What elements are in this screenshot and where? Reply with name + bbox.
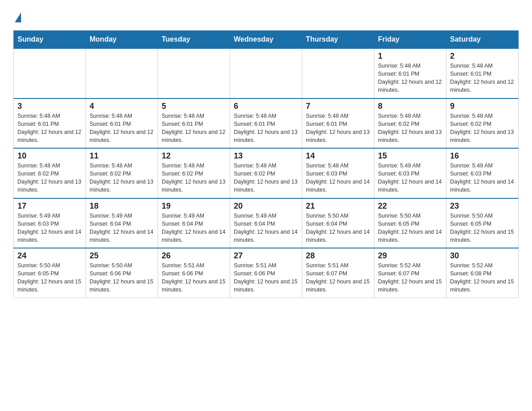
day-number: 5 [162,102,226,111]
table-row: 4Sunrise: 5:48 AMSunset: 6:01 PMDaylight… [86,98,158,149]
day-number: 24 [17,251,82,261]
header [13,11,519,22]
day-number: 18 [90,201,154,211]
table-row: 1Sunrise: 5:48 AMSunset: 6:01 PMDaylight… [374,48,446,98]
day-info: Sunrise: 5:50 AMSunset: 6:06 PMDaylight:… [90,261,154,294]
day-number: 13 [234,151,298,161]
day-info: Sunrise: 5:48 AMSunset: 6:01 PMDaylight:… [378,62,442,94]
day-number: 2 [450,51,515,61]
table-row: 9Sunrise: 5:48 AMSunset: 6:02 PMDaylight… [446,98,519,149]
day-number: 10 [17,151,82,161]
day-number: 4 [90,102,154,111]
table-row: 19Sunrise: 5:49 AMSunset: 6:04 PMDayligh… [158,198,230,248]
day-info: Sunrise: 5:48 AMSunset: 6:02 PMDaylight:… [378,112,442,145]
table-row [230,48,302,98]
day-number: 14 [306,151,370,161]
logo [13,11,21,22]
day-number: 11 [90,151,154,161]
day-info: Sunrise: 5:51 AMSunset: 6:07 PMDaylight:… [306,261,370,294]
table-row: 25Sunrise: 5:50 AMSunset: 6:06 PMDayligh… [86,248,158,298]
day-info: Sunrise: 5:48 AMSunset: 6:01 PMDaylight:… [234,112,298,145]
table-row: 14Sunrise: 5:48 AMSunset: 6:03 PMDayligh… [302,148,374,198]
table-row [14,48,86,98]
col-thursday: Thursday [302,31,374,49]
day-info: Sunrise: 5:51 AMSunset: 6:06 PMDaylight:… [234,261,298,294]
day-info: Sunrise: 5:48 AMSunset: 6:02 PMDaylight:… [450,112,515,145]
day-info: Sunrise: 5:48 AMSunset: 6:01 PMDaylight:… [450,62,515,94]
day-info: Sunrise: 5:49 AMSunset: 6:03 PMDaylight:… [450,162,515,194]
day-number: 28 [306,251,370,261]
calendar-week-row: 10Sunrise: 5:48 AMSunset: 6:02 PMDayligh… [14,148,519,198]
day-number: 15 [378,151,442,161]
day-info: Sunrise: 5:48 AMSunset: 6:01 PMDaylight:… [306,112,370,145]
day-number: 7 [306,102,370,111]
col-wednesday: Wednesday [230,31,302,49]
day-number: 26 [162,251,226,261]
table-row: 18Sunrise: 5:49 AMSunset: 6:04 PMDayligh… [86,198,158,248]
table-row: 30Sunrise: 5:52 AMSunset: 6:08 PMDayligh… [446,248,519,298]
day-info: Sunrise: 5:48 AMSunset: 6:01 PMDaylight:… [162,112,226,145]
day-info: Sunrise: 5:50 AMSunset: 6:04 PMDaylight:… [306,212,370,244]
day-number: 6 [234,102,298,111]
table-row [302,48,374,98]
day-info: Sunrise: 5:48 AMSunset: 6:02 PMDaylight:… [162,162,226,194]
day-number: 30 [450,251,515,261]
day-info: Sunrise: 5:48 AMSunset: 6:03 PMDaylight:… [306,162,370,194]
day-number: 21 [306,201,370,211]
day-info: Sunrise: 5:48 AMSunset: 6:01 PMDaylight:… [17,112,82,145]
day-number: 29 [378,251,442,261]
table-row [158,48,230,98]
day-number: 3 [17,102,82,111]
table-row: 6Sunrise: 5:48 AMSunset: 6:01 PMDaylight… [230,98,302,149]
day-info: Sunrise: 5:50 AMSunset: 6:05 PMDaylight:… [450,212,515,244]
day-number: 19 [162,201,226,211]
table-row: 2Sunrise: 5:48 AMSunset: 6:01 PMDaylight… [446,48,519,98]
table-row: 21Sunrise: 5:50 AMSunset: 6:04 PMDayligh… [302,198,374,248]
table-row: 12Sunrise: 5:48 AMSunset: 6:02 PMDayligh… [158,148,230,198]
table-row: 27Sunrise: 5:51 AMSunset: 6:06 PMDayligh… [230,248,302,298]
day-info: Sunrise: 5:51 AMSunset: 6:06 PMDaylight:… [162,261,226,294]
day-info: Sunrise: 5:49 AMSunset: 6:03 PMDaylight:… [378,162,442,194]
table-row: 28Sunrise: 5:51 AMSunset: 6:07 PMDayligh… [302,248,374,298]
day-info: Sunrise: 5:52 AMSunset: 6:08 PMDaylight:… [450,261,515,294]
day-info: Sunrise: 5:49 AMSunset: 6:03 PMDaylight:… [17,212,82,244]
col-tuesday: Tuesday [158,31,230,49]
calendar-header-row: Sunday Monday Tuesday Wednesday Thursday… [14,31,519,49]
table-row: 24Sunrise: 5:50 AMSunset: 6:05 PMDayligh… [14,248,86,298]
col-saturday: Saturday [446,31,519,49]
day-info: Sunrise: 5:49 AMSunset: 6:04 PMDaylight:… [162,212,226,244]
day-info: Sunrise: 5:48 AMSunset: 6:01 PMDaylight:… [90,112,154,145]
day-number: 25 [90,251,154,261]
table-row: 16Sunrise: 5:49 AMSunset: 6:03 PMDayligh… [446,148,519,198]
day-info: Sunrise: 5:50 AMSunset: 6:05 PMDaylight:… [378,212,442,244]
table-row: 29Sunrise: 5:52 AMSunset: 6:07 PMDayligh… [374,248,446,298]
table-row: 20Sunrise: 5:49 AMSunset: 6:04 PMDayligh… [230,198,302,248]
logo-triangle-icon [15,13,21,22]
day-number: 1 [378,51,442,61]
calendar-table: Sunday Monday Tuesday Wednesday Thursday… [13,30,519,298]
day-info: Sunrise: 5:48 AMSunset: 6:02 PMDaylight:… [234,162,298,194]
col-sunday: Sunday [14,31,86,49]
table-row: 5Sunrise: 5:48 AMSunset: 6:01 PMDaylight… [158,98,230,149]
calendar-week-row: 24Sunrise: 5:50 AMSunset: 6:05 PMDayligh… [14,248,519,298]
table-row: 17Sunrise: 5:49 AMSunset: 6:03 PMDayligh… [14,198,86,248]
day-number: 9 [450,102,515,111]
col-monday: Monday [86,31,158,49]
day-info: Sunrise: 5:48 AMSunset: 6:02 PMDaylight:… [90,162,154,194]
day-number: 20 [234,201,298,211]
table-row: 10Sunrise: 5:48 AMSunset: 6:02 PMDayligh… [14,148,86,198]
table-row: 15Sunrise: 5:49 AMSunset: 6:03 PMDayligh… [374,148,446,198]
day-number: 27 [234,251,298,261]
table-row: 8Sunrise: 5:48 AMSunset: 6:02 PMDaylight… [374,98,446,149]
table-row: 26Sunrise: 5:51 AMSunset: 6:06 PMDayligh… [158,248,230,298]
calendar-week-row: 17Sunrise: 5:49 AMSunset: 6:03 PMDayligh… [14,198,519,248]
table-row: 3Sunrise: 5:48 AMSunset: 6:01 PMDaylight… [14,98,86,149]
table-row: 7Sunrise: 5:48 AMSunset: 6:01 PMDaylight… [302,98,374,149]
day-info: Sunrise: 5:49 AMSunset: 6:04 PMDaylight:… [90,212,154,244]
table-row [86,48,158,98]
table-row: 13Sunrise: 5:48 AMSunset: 6:02 PMDayligh… [230,148,302,198]
day-number: 12 [162,151,226,161]
day-number: 16 [450,151,515,161]
day-info: Sunrise: 5:50 AMSunset: 6:05 PMDaylight:… [17,261,82,294]
day-info: Sunrise: 5:48 AMSunset: 6:02 PMDaylight:… [17,162,82,194]
